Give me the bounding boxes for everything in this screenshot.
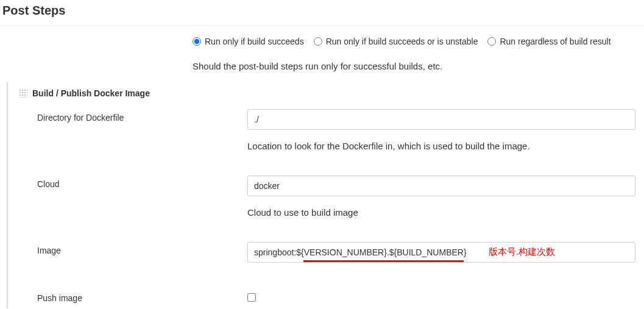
- radio-option-unstable[interactable]: Run only if build succeeds or is unstabl…: [314, 37, 478, 46]
- image-input[interactable]: [247, 242, 635, 263]
- image-control: 版本号.构建次数: [247, 242, 640, 263]
- radio-succeeds-label: Run only if build succeeds: [205, 37, 304, 46]
- image-annotation-text: 版本号.构建次数: [489, 246, 555, 258]
- push-field-row: Push image: [7, 285, 640, 308]
- cloud-help: Cloud to use to build image: [247, 207, 635, 218]
- radio-option-succeeds[interactable]: Run only if build succeeds: [193, 37, 304, 46]
- directory-control: Location to look for the Dockerfile in, …: [247, 109, 640, 166]
- push-checkbox[interactable]: [247, 293, 256, 302]
- cloud-field-row: Cloud Cloud to use to build image: [7, 171, 640, 237]
- post-steps-radio-row: Run only if build succeeds Run only if b…: [0, 26, 644, 52]
- radio-succeeds-input[interactable]: [193, 37, 201, 46]
- section-title: Post Steps: [0, 0, 644, 26]
- radio-unstable-input[interactable]: [314, 37, 322, 46]
- radio-option-regardless[interactable]: Run regardless of build result: [487, 37, 610, 46]
- directory-label: Directory for Dockerfile: [7, 109, 247, 166]
- cloud-label: Cloud: [7, 176, 247, 232]
- cloud-control: Cloud to use to build image: [247, 176, 640, 232]
- push-control: [247, 289, 640, 304]
- push-label: Push image: [7, 289, 247, 304]
- radio-regardless-input[interactable]: [487, 37, 496, 46]
- block-title: Build / Publish Docker Image: [32, 88, 150, 98]
- post-steps-description: Should the post-build steps run only for…: [0, 52, 644, 82]
- block-header: Build / Publish Docker Image: [7, 82, 640, 104]
- directory-help: Location to look for the Dockerfile in, …: [247, 141, 635, 151]
- directory-input[interactable]: [247, 109, 635, 130]
- directory-field-row: Directory for Dockerfile Location to loo…: [7, 104, 640, 171]
- radio-regardless-label: Run regardless of build result: [500, 37, 610, 46]
- cloud-input[interactable]: [247, 176, 635, 196]
- image-label: Image: [7, 242, 247, 263]
- image-field-row: Image 版本号.构建次数: [7, 237, 640, 268]
- drag-handle-icon[interactable]: [19, 89, 27, 98]
- red-underline-annotation: [303, 260, 464, 262]
- radio-unstable-label: Run only if build succeeds or is unstabl…: [326, 37, 478, 46]
- docker-build-block: Build / Publish Docker Image Directory f…: [5, 82, 640, 308]
